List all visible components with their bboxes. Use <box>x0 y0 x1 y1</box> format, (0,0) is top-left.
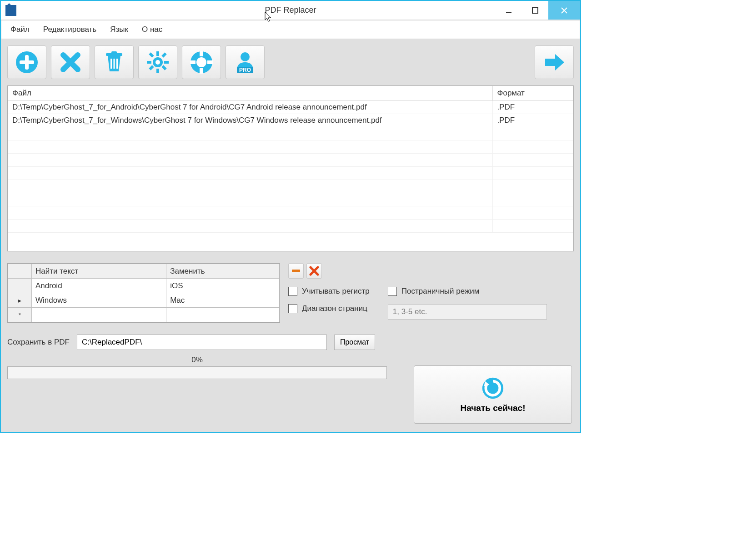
gear-icon <box>145 50 170 75</box>
page-mode-checkbox[interactable] <box>388 287 397 296</box>
close-button[interactable] <box>548 1 580 20</box>
svg-rect-18 <box>161 52 166 57</box>
settings-button[interactable] <box>138 45 177 79</box>
svg-rect-6 <box>111 51 117 54</box>
case-sensitive-label: Учитывать регистр <box>302 287 370 296</box>
svg-rect-17 <box>161 65 166 70</box>
svg-point-11 <box>155 60 160 65</box>
page-mode-label: Постраничный режим <box>401 287 480 296</box>
clear-button[interactable] <box>95 45 134 79</box>
menu-lang[interactable]: Язык <box>110 25 128 34</box>
arrow-right-icon <box>541 50 567 75</box>
replace-grid[interactable]: Найти текст Заменить Android iOS ▸ Windo… <box>7 263 280 323</box>
minus-icon <box>291 266 301 276</box>
col-header-format[interactable]: Формат <box>492 86 573 101</box>
svg-rect-24 <box>190 60 196 64</box>
svg-point-26 <box>241 52 250 61</box>
x-icon <box>309 266 319 276</box>
svg-rect-14 <box>147 61 151 64</box>
window-title: PDF Replacer <box>265 5 316 15</box>
col-header-file[interactable]: Файл <box>8 86 492 101</box>
browse-button[interactable]: Просмат <box>334 335 375 350</box>
refresh-icon <box>481 376 505 400</box>
svg-text:PRO: PRO <box>239 67 251 73</box>
page-range-label: Диапазон страниц <box>302 304 367 313</box>
lifebuoy-icon <box>189 50 214 75</box>
svg-rect-29 <box>292 270 300 272</box>
user-pro-icon: PRO <box>232 50 258 75</box>
case-sensitive-checkbox[interactable] <box>288 287 297 296</box>
clear-rows-button[interactable] <box>306 263 322 279</box>
app-icon <box>5 5 16 16</box>
svg-rect-12 <box>156 51 159 56</box>
start-button[interactable]: Начать сейчас! <box>414 365 572 424</box>
svg-rect-9 <box>116 59 118 69</box>
minimize-button[interactable] <box>496 1 522 20</box>
menu-about[interactable]: О нас <box>142 25 162 34</box>
save-path-input[interactable] <box>77 335 327 350</box>
table-row[interactable]: ▸ Windows Mac <box>8 293 280 308</box>
file-list[interactable]: Файл Формат D:\Temp\CyberGhost_7_for_And… <box>7 85 574 251</box>
progress-bar <box>7 366 387 379</box>
maximize-button[interactable] <box>522 1 548 20</box>
svg-rect-22 <box>200 51 203 56</box>
table-row[interactable]: * <box>8 308 280 322</box>
save-label: Сохранить в PDF <box>7 338 70 347</box>
remove-button[interactable] <box>51 45 90 79</box>
x-icon <box>58 50 83 75</box>
svg-point-21 <box>196 57 206 67</box>
titlebar: PDF Replacer <box>1 1 580 20</box>
menu-file[interactable]: Файл <box>10 25 30 34</box>
toolbar: PRO <box>7 45 574 79</box>
remove-row-button[interactable] <box>288 263 304 279</box>
trash-icon <box>101 50 127 75</box>
table-row[interactable]: Android iOS <box>8 279 280 293</box>
start-label: Начать сейчас! <box>461 403 526 413</box>
table-row[interactable]: D:\Temp\CyberGhost_7_for_Windows\CyberGh… <box>8 114 573 127</box>
svg-rect-1 <box>532 8 538 13</box>
svg-rect-15 <box>164 61 169 64</box>
menu-edit[interactable]: Редактировать <box>43 25 96 34</box>
col-header-find[interactable]: Найти текст <box>32 264 166 279</box>
svg-rect-16 <box>149 52 154 57</box>
svg-rect-13 <box>156 69 159 73</box>
svg-rect-8 <box>114 59 115 69</box>
progress-percent: 0% <box>7 355 387 365</box>
svg-rect-19 <box>149 65 154 70</box>
svg-rect-0 <box>506 12 511 13</box>
add-button[interactable] <box>7 45 46 79</box>
go-button[interactable] <box>535 45 574 79</box>
svg-rect-4 <box>20 60 34 64</box>
pro-button[interactable]: PRO <box>226 45 265 79</box>
svg-rect-7 <box>110 59 112 69</box>
col-header-replace[interactable]: Заменить <box>166 264 280 279</box>
help-button[interactable] <box>182 45 221 79</box>
menubar: Файл Редактировать Язык О нас <box>1 20 580 39</box>
plus-icon <box>14 50 40 75</box>
page-range-input[interactable] <box>388 304 547 320</box>
table-row[interactable]: D:\Temp\CyberGhost_7_for_Android\CyberGh… <box>8 101 573 114</box>
svg-rect-25 <box>207 60 213 64</box>
page-range-checkbox[interactable] <box>288 304 297 313</box>
svg-rect-23 <box>200 68 203 74</box>
app-window: PDF Replacer Файл Редактировать Язык О н… <box>0 0 581 433</box>
